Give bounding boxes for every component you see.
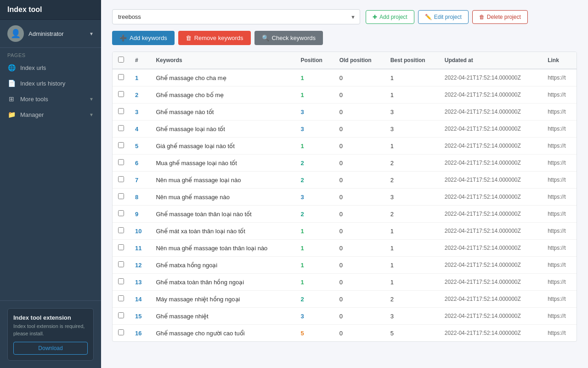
row-best-position: 1: [385, 138, 439, 155]
row-position: 1: [295, 240, 334, 257]
chevron-right-icon: ▼: [89, 112, 94, 117]
row-updated-at: 2022-04-21T17:52:14.000000Z: [439, 138, 542, 155]
user-menu[interactable]: 👤 Administrator ▼: [0, 20, 101, 48]
table-header: # Keywords Position Old position Best po…: [113, 52, 577, 69]
row-keyword: Ghế mát xa toàn thân loại nào tốt: [150, 223, 295, 240]
project-select-wrap: treeboss ▼: [112, 9, 360, 24]
row-best-position: 2: [385, 172, 439, 189]
row-keyword: Giá ghế massage loại nào tốt: [150, 138, 295, 155]
col-old-position: Old position: [334, 52, 385, 69]
row-checkbox[interactable]: [118, 108, 124, 114]
row-number: 4: [130, 121, 150, 138]
extension-box: Index tool extension Index tool extensio…: [7, 308, 94, 361]
row-best-position: 3: [385, 189, 439, 206]
row-number: 2: [130, 86, 150, 104]
add-keywords-button[interactable]: ➕ Add keywords: [112, 31, 175, 45]
row-position: 2: [295, 206, 334, 223]
col-link: Link: [542, 52, 577, 69]
keywords-table: # Keywords Position Old position Best po…: [113, 52, 577, 341]
row-keyword: Nên mua ghế massage toàn thân loại nào: [150, 240, 295, 257]
row-updated-at: 2022-04-21T17:52:14.000000Z: [439, 86, 542, 104]
row-checkbox[interactable]: [118, 227, 124, 233]
row-best-position: 1: [385, 240, 439, 257]
row-link: https://t: [542, 104, 577, 121]
row-checkbox[interactable]: [118, 176, 124, 182]
row-checkbox[interactable]: [118, 210, 124, 216]
row-best-position: 3: [385, 308, 439, 325]
trash-icon: 🗑: [479, 14, 485, 20]
remove-keywords-button[interactable]: 🗑 Remove keywords: [178, 31, 251, 45]
row-keyword: Ghế massage cho bố mẹ: [150, 86, 295, 104]
tools-icon: ⊞: [7, 95, 16, 103]
row-keyword: Ghế massage loại nào tốt: [150, 121, 295, 138]
sidebar-footer: Index tool extension Index tool extensio…: [0, 300, 101, 368]
row-link: https://t: [542, 155, 577, 172]
delete-project-button[interactable]: 🗑 Delete project: [472, 10, 528, 24]
row-link: https://t: [542, 121, 577, 138]
row-best-position: 3: [385, 104, 439, 121]
sidebar-item-more-tools[interactable]: ⊞ More tools ▼: [0, 91, 101, 107]
row-link: https://t: [542, 308, 577, 325]
row-updated-at: 2022-04-21T17:52:14.000000Z: [439, 291, 542, 308]
row-checkbox[interactable]: [118, 295, 124, 301]
row-updated-at: 2022-04-21T17:52:14.000000Z: [439, 257, 542, 274]
keywords-table-wrap: # Keywords Position Old position Best po…: [112, 52, 577, 342]
edit-project-label: Edit project: [434, 14, 462, 20]
row-checkbox[interactable]: [118, 74, 124, 80]
sidebar-item-label: Index urls history: [20, 80, 94, 87]
select-all-checkbox[interactable]: [118, 57, 124, 63]
row-checkbox[interactable]: [118, 125, 124, 131]
row-keyword: Nên mua ghế massage loại nào: [150, 172, 295, 189]
table-row: 15 Ghế massage nhiệt 3 0 3 2022-04-21T17…: [113, 308, 577, 325]
row-link: https://t: [542, 189, 577, 206]
document-icon: 📄: [7, 80, 16, 87]
sidebar-item-label: Index urls: [20, 64, 94, 71]
row-link: https://t: [542, 138, 577, 155]
user-name: Administrator: [28, 30, 64, 37]
chevron-right-icon: ▼: [89, 97, 94, 102]
sidebar: Index tool 👤 Administrator ▼ Pages 🌐 Ind…: [0, 0, 101, 368]
row-position: 1: [295, 257, 334, 274]
table-row: 9 Ghế massage toàn thân loại nào tốt 2 0…: [113, 206, 577, 223]
folder-icon: 📁: [7, 111, 16, 118]
row-old-position: 0: [334, 274, 385, 291]
row-checkbox[interactable]: [118, 244, 124, 250]
sidebar-item-index-urls-history[interactable]: 📄 Index urls history: [0, 75, 101, 91]
row-checkbox[interactable]: [118, 261, 124, 267]
row-checkbox[interactable]: [118, 312, 124, 318]
download-button[interactable]: Download: [13, 342, 88, 355]
row-old-position: 0: [334, 138, 385, 155]
row-checkbox[interactable]: [118, 91, 124, 97]
pages-label: Pages: [0, 48, 101, 60]
sidebar-item-manager[interactable]: 📁 Manager ▼: [0, 107, 101, 122]
add-project-button[interactable]: ✚ Add project: [366, 10, 414, 24]
row-checkbox[interactable]: [118, 329, 124, 335]
col-position: Position: [295, 52, 334, 69]
action-bar: ➕ Add keywords 🗑 Remove keywords 🔍 Check…: [112, 31, 577, 45]
row-keyword: Máy massage nhiệt hồng ngoại: [150, 291, 295, 308]
project-select[interactable]: treeboss: [112, 9, 360, 24]
row-best-position: 3: [385, 121, 439, 138]
check-keywords-button[interactable]: 🔍 Check keywords: [254, 31, 323, 45]
row-checkbox[interactable]: [118, 278, 124, 284]
search-icon: 🔍: [262, 34, 269, 41]
edit-project-button[interactable]: ✏️ Edit project: [418, 10, 469, 24]
row-checkbox[interactable]: [118, 193, 124, 199]
table-row: 4 Ghế massage loại nào tốt 3 0 3 2022-04…: [113, 121, 577, 138]
row-best-position: 1: [385, 86, 439, 104]
sidebar-item-index-urls[interactable]: 🌐 Index urls: [0, 60, 101, 75]
row-old-position: 0: [334, 104, 385, 121]
col-num: #: [130, 52, 150, 69]
row-updated-at: 2022-04-21T17:52:14.000000Z: [439, 104, 542, 121]
row-number: 3: [130, 104, 150, 121]
row-checkbox[interactable]: [118, 142, 124, 148]
top-bar: treeboss ▼ ✚ Add project ✏️ Edit project…: [112, 9, 577, 24]
row-old-position: 0: [334, 172, 385, 189]
col-best-position: Best position: [385, 52, 439, 69]
row-checkbox[interactable]: [118, 159, 124, 165]
row-old-position: 0: [334, 206, 385, 223]
row-number: 6: [130, 155, 150, 172]
add-icon: ➕: [119, 34, 127, 41]
row-best-position: 5: [385, 325, 439, 342]
row-best-position: 1: [385, 223, 439, 240]
